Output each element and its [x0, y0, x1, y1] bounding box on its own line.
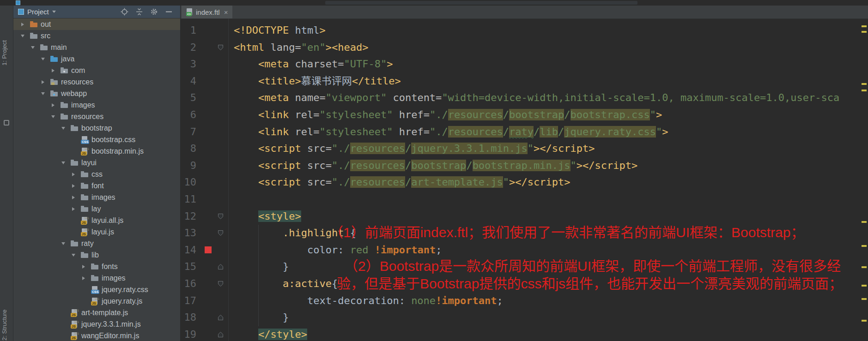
- tree-item-fonts[interactable]: fonts: [13, 261, 180, 272]
- error-stripe-mark[interactable]: [862, 266, 867, 268]
- code-line-4[interactable]: 4 <title>慕课书评网</title>: [181, 73, 868, 90]
- chevron-collapsed-icon[interactable]: [50, 103, 56, 107]
- chevron-collapsed-icon[interactable]: [81, 276, 86, 280]
- code-line-17[interactable]: 17 text-decoration: none!important;: [181, 293, 868, 310]
- chevron-expanded-icon[interactable]: [61, 242, 66, 245]
- code-line-12[interactable]: 12 <style>: [181, 208, 868, 225]
- error-stripe-mark[interactable]: [862, 298, 867, 300]
- tree-item-jquery-3-3-1-min-js[interactable]: 101JSjquery.3.3.1.min.js: [13, 318, 180, 330]
- chevron-expanded-icon[interactable]: [61, 162, 66, 164]
- tree-item-raty[interactable]: raty: [13, 238, 180, 249]
- tool-window-button-structure[interactable]: 2: Structure: [1, 282, 12, 341]
- project-panel-header[interactable]: Project: [13, 6, 180, 18]
- tree-item-lib[interactable]: lib: [13, 249, 180, 261]
- tree-item-bootstrap-css[interactable]: CSSbootstrap.css: [13, 134, 180, 145]
- code-line-19[interactable]: 19 </style>: [181, 326, 868, 341]
- chevron-down-icon[interactable]: [52, 11, 56, 13]
- tree-item-art-template-js[interactable]: 101JSart-template.js: [13, 307, 180, 318]
- tree-item-webapp[interactable]: webapp: [13, 88, 180, 99]
- chevron-collapsed-icon[interactable]: [81, 265, 86, 269]
- tree-item-wangeditor-min-js[interactable]: 101JSwangEditor.min.js: [13, 330, 180, 341]
- chevron-expanded-icon[interactable]: [40, 58, 46, 60]
- tree-item-src[interactable]: src: [13, 30, 180, 42]
- chevron-expanded-icon[interactable]: [71, 254, 76, 257]
- error-stripe-mark[interactable]: [862, 31, 867, 33]
- tree-item-layui[interactable]: layui: [13, 157, 180, 168]
- fold-marker-up[interactable]: [218, 331, 224, 338]
- tree-item-jquery-raty-js[interactable]: 101JSjquery.raty.js: [13, 295, 180, 307]
- error-stripe-mark[interactable]: [862, 221, 867, 223]
- fold-marker-up[interactable]: [218, 314, 224, 321]
- code-line-5[interactable]: 5 <meta name="viewport" content="width=d…: [181, 90, 868, 107]
- chevron-collapsed-icon[interactable]: [71, 184, 76, 188]
- hide-panel-icon[interactable]: [165, 8, 173, 16]
- chevron-collapsed-icon[interactable]: [20, 23, 25, 26]
- error-stripe-mark[interactable]: [862, 245, 867, 247]
- tree-item-css[interactable]: css: [13, 168, 180, 180]
- chevron-expanded-icon[interactable]: [40, 92, 46, 95]
- chevron-expanded-icon[interactable]: [20, 35, 25, 37]
- tree-item-images[interactable]: images: [13, 99, 180, 111]
- tree-item-resources[interactable]: resources: [13, 76, 180, 88]
- tree-item-images[interactable]: images: [13, 272, 180, 284]
- error-stripe-mark[interactable]: [862, 25, 867, 27]
- tree-item-label: bootstrap.min.js: [91, 147, 144, 156]
- tree-item-out[interactable]: out: [13, 18, 180, 30]
- tree-item-jquery-raty-css[interactable]: CSSjquery.raty.css: [13, 284, 180, 295]
- tree-item-java[interactable]: java: [13, 53, 180, 65]
- chevron-collapsed-icon[interactable]: [71, 173, 76, 176]
- chevron-expanded-icon[interactable]: [30, 46, 36, 49]
- code-line-6[interactable]: 6 <link rel="stylesheet" href="./resourc…: [181, 107, 868, 124]
- error-stripe-mark[interactable]: [862, 285, 867, 287]
- fold-marker-down[interactable]: [218, 281, 224, 287]
- chevron-collapsed-icon[interactable]: [40, 80, 46, 84]
- tree-item-layui-all-js[interactable]: 101JSlayui.all.js: [13, 215, 180, 226]
- fold-marker-down[interactable]: [218, 44, 224, 51]
- tree-item-bootstrap[interactable]: bootstrap: [13, 122, 180, 134]
- chevron-collapsed-icon[interactable]: [71, 196, 76, 199]
- code-line-10[interactable]: 10 <script src="./resources/art-template…: [181, 174, 868, 191]
- tree-item-images[interactable]: images: [13, 191, 180, 203]
- collapse-all-icon[interactable]: [135, 8, 143, 16]
- code-line-11[interactable]: 11: [181, 191, 868, 208]
- tool-window-button-project[interactable]: 1: Project: [1, 26, 12, 66]
- chevron-collapsed-icon[interactable]: [50, 69, 56, 72]
- error-stripe-mark[interactable]: [862, 320, 867, 322]
- tree-item-main[interactable]: main: [13, 42, 180, 53]
- error-stripe-mark[interactable]: [862, 83, 867, 85]
- code-editor[interactable]: 1<!DOCTYPE html>2<html lang="en"><head>3…: [181, 18, 868, 341]
- css-color-swatch[interactable]: [205, 246, 212, 253]
- locate-icon[interactable]: [121, 8, 128, 16]
- code-line-14[interactable]: 14 color: red !important;: [181, 242, 868, 259]
- tree-item-lay[interactable]: lay: [13, 203, 180, 215]
- chevron-expanded-icon[interactable]: [61, 127, 66, 130]
- code-line-3[interactable]: 3 <meta charset="UTF-8">: [181, 56, 868, 73]
- fold-marker-down[interactable]: [218, 230, 224, 236]
- tool-stripe-icon[interactable]: [4, 120, 9, 126]
- fold-marker-up[interactable]: [218, 263, 224, 270]
- error-stripe-mark[interactable]: [862, 90, 867, 91]
- code-line-18[interactable]: 18 }: [181, 309, 868, 326]
- tree-item-label: css: [91, 170, 103, 179]
- tree-item-font[interactable]: font: [13, 180, 180, 191]
- tab-index-ftl[interactable]: <> index.ftl ×: [182, 6, 232, 18]
- settings-gear-icon[interactable]: [150, 8, 158, 16]
- fold-marker-down[interactable]: [218, 213, 224, 220]
- tree-item-layui-js[interactable]: 101JSlayui.js: [13, 226, 180, 238]
- chevron-collapsed-icon[interactable]: [71, 207, 76, 211]
- tree-item-label: lib: [91, 251, 99, 259]
- code-line-8[interactable]: 8 <script src="./resources/jquery.3.3.1.…: [181, 140, 868, 157]
- js-file-icon: 101JS: [81, 228, 89, 236]
- folder-icon: [71, 240, 79, 247]
- tree-item-com[interactable]: com: [13, 65, 180, 76]
- line-number: 2: [181, 39, 196, 56]
- close-icon[interactable]: ×: [224, 8, 228, 16]
- code-line-2[interactable]: 2<html lang="en"><head>: [181, 39, 868, 56]
- tree-item-bootstrap-min-js[interactable]: 101JSbootstrap.min.js: [13, 145, 180, 157]
- chevron-expanded-icon[interactable]: [50, 115, 56, 118]
- tree-item-resources[interactable]: resources: [13, 111, 180, 122]
- code-line-7[interactable]: 7 <link rel="stylesheet" href="./resourc…: [181, 124, 868, 141]
- code-text: <html lang="en"><head>: [234, 39, 868, 56]
- code-line-1[interactable]: 1<!DOCTYPE html>: [181, 22, 868, 39]
- code-line-9[interactable]: 9 <script src="./resources/bootstrap/boo…: [181, 157, 868, 174]
